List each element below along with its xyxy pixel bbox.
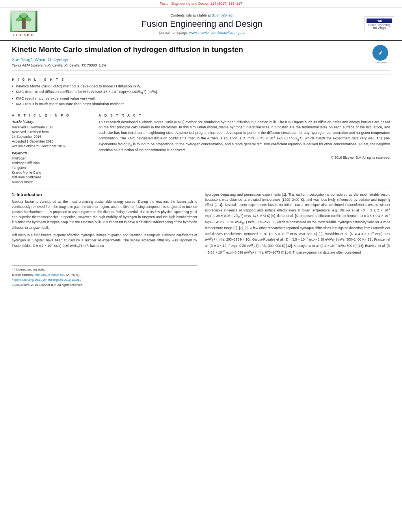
footnote-doi: http://dx.doi.org/10.1016/j.fusengdes.20… — [12, 278, 197, 282]
crossmark-logo: ✓ CrossMark — [372, 45, 390, 64]
journal-title-header: Fusion Engineering and Design — [47, 19, 357, 29]
abstract-header: A B S T R A C T — [99, 113, 390, 117]
received-date: Received 23 February 2016 — [12, 125, 91, 129]
body-section: 1. Introduction Nuclear fusion is consid… — [12, 189, 390, 288]
elsevier-logo: ELSEVIER — [8, 11, 39, 37]
body-two-col: 1. Introduction Nuclear fusion is consid… — [12, 192, 390, 288]
contents-line: Contents lists available at ScienceDirec… — [47, 13, 357, 17]
body-right-col: hydrogen degassing and permeation experi… — [205, 192, 390, 288]
article-title-text: Kinetic Monte Carlo simulation of hydrog… — [12, 45, 367, 67]
intro-para-right: hydrogen degassing and permeation experi… — [205, 192, 390, 256]
copyright-text: © 2016 Elsevier B.V. All rights reserved… — [99, 156, 390, 159]
sciencedirect-link[interactable]: ScienceDirect — [212, 13, 234, 17]
keyword-2: Hydrogen diffusion — [12, 161, 91, 165]
highlight-item-1: Kinetics Monte Carlo (KMC) method is dev… — [12, 84, 390, 88]
article-title: Kinetic Monte Carlo simulation of hydrog… — [12, 45, 367, 55]
abstract-text: This research developed a Kinetic Monte … — [99, 120, 390, 153]
affiliation: Texas A&M University-Kingsville, Kingsvi… — [12, 63, 367, 67]
email-link[interactable]: xue.yang@tamuk.edu — [35, 273, 65, 276]
intro-para-1: Nuclear fusion is considered as the most… — [12, 199, 197, 230]
journal-center: Contents lists available at ScienceDirec… — [47, 13, 357, 35]
highlight-item-2: KMC determined diffusion coefficient for… — [12, 89, 390, 95]
doi-link[interactable]: http://dx.doi.org/10.1016/j.fusengdes.20… — [12, 278, 81, 282]
footnote-section: * * Corresponding author. E-mail address… — [12, 265, 197, 287]
svg-point-3 — [20, 13, 27, 18]
revised-date: 14 September 2016 — [12, 135, 91, 139]
article-info-col: A R T I C L E I N F O Article history: R… — [12, 113, 91, 185]
article-info-abstract-section: A R T I C L E I N F O Article history: R… — [12, 110, 390, 185]
received-revised-label: Received in revised form — [12, 130, 91, 134]
crossmark-circle: ✓ — [372, 45, 388, 61]
citation-text: Fusion Engineering and Design 114 (2017)… — [160, 2, 242, 6]
journal-header: ELSEVIER Contents lists available at Sci… — [0, 7, 402, 41]
authors: Xue Yang*, Wasiu O. Oyeniyi — [12, 57, 367, 62]
highlights-section: H I G H L I G H T S Kinetics Monte Carlo… — [12, 74, 390, 106]
elsevier-image — [10, 11, 37, 32]
keyword-5: Diffusion coefficient — [12, 175, 91, 179]
keyword-3: Tungsten — [12, 166, 91, 170]
journal-logo-right: FED Fusion Engineering and Design — [365, 17, 394, 31]
highlights-header: H I G H L I G H T S — [12, 78, 390, 82]
elsevier-brand-label: ELSEVIER — [13, 33, 34, 37]
svg-rect-2 — [22, 19, 26, 29]
accepted-date: Accepted 9 December 2016 — [12, 139, 91, 143]
intro-para-2: Diffusivity is a fundamental property af… — [12, 233, 197, 250]
journal-homepage: journal homepage: www.elsevier.com/locat… — [47, 31, 357, 35]
keyword-4: Kinetic Monte Carlo — [12, 171, 91, 174]
body-left-col: 1. Introduction Nuclear fusion is consid… — [12, 192, 197, 288]
article-history-label: Article history: — [12, 120, 91, 124]
highlight-item-3: KMC result matches experiment value very… — [12, 96, 390, 100]
abstract-col: A B S T R A C T This research developed … — [99, 113, 390, 185]
article-content: Kinetic Monte Carlo simulation of hydrog… — [0, 41, 402, 292]
citation-bar: Fusion Engineering and Design 114 (2017)… — [0, 0, 402, 7]
highlight-item-4: KMC result is much more accurate than ot… — [12, 102, 390, 106]
article-title-section: Kinetic Monte Carlo simulation of hydrog… — [12, 45, 390, 71]
article-info-header: A R T I C L E I N F O — [12, 113, 91, 117]
footnote-corresponding: * * Corresponding author. — [12, 267, 197, 272]
homepage-link[interactable]: www.elsevier.com/locate/fusengdes — [189, 31, 245, 35]
keywords-label: Keywords: — [12, 151, 91, 155]
keyword-6: Nuclear fusion — [12, 180, 91, 184]
footnote-email: E-mail address: xue.yang@tamuk.edu (X. Y… — [12, 272, 197, 277]
footnote-issn: 0920-3796/© 2016 Elsevier B.V. All right… — [12, 283, 197, 287]
available-online: Available online 21 December 2016 — [12, 144, 91, 148]
journal-logo-box: FED Fusion Engineering and Design — [365, 17, 394, 31]
keyword-1: Hydrogen — [12, 156, 91, 160]
intro-section-title: 1. Introduction — [12, 192, 197, 197]
